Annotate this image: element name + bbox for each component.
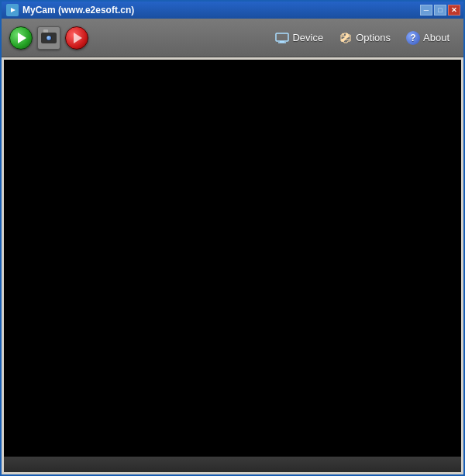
camera-flash [43,29,48,33]
statusbar [4,457,461,472]
close-button[interactable]: ✕ [448,5,460,16]
video-viewport [4,60,461,457]
app-icon [6,4,19,16]
titlebar: MyCam (www.e2esoft.cn) ─ □ ✕ [2,2,463,19]
maximize-button[interactable]: □ [434,5,446,16]
toolbar: Device Options ? About [2,19,463,57]
window-title: MyCam (www.e2esoft.cn) [22,5,134,16]
about-label: About [423,32,450,43]
titlebar-left: MyCam (www.e2esoft.cn) [6,4,134,16]
camera-lens [46,35,52,41]
camera-button[interactable] [37,26,60,50]
device-label: Device [292,32,323,43]
options-label: Options [356,32,391,43]
toolbar-left [9,26,269,50]
toolbar-right: Device Options ? About [269,28,456,48]
options-icon [339,33,353,43]
about-menu-item[interactable]: ? About [400,28,456,48]
play-button[interactable] [9,26,33,50]
device-menu-item[interactable]: Device [269,29,329,47]
about-icon: ? [406,31,420,45]
options-menu-item[interactable]: Options [332,29,397,47]
device-icon [275,33,289,43]
window-controls: ─ □ ✕ [420,5,460,16]
minimize-button[interactable]: ─ [420,5,432,16]
svg-rect-2 [276,33,288,41]
camera-icon [41,33,57,43]
main-window: MyCam (www.e2esoft.cn) ─ □ ✕ [0,0,465,476]
record-button[interactable] [65,26,88,50]
